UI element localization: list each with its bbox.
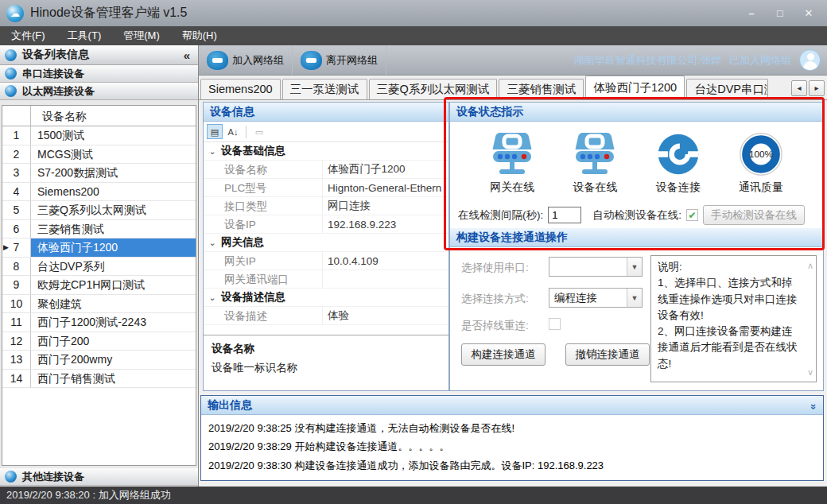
- sidebar-collapse-icon[interactable]: «: [181, 48, 193, 62]
- company-user-label: 湖南华辰智通科技有限公司:张烨: [573, 53, 721, 68]
- connect-mode-label: 选择连接方式:: [461, 292, 529, 306]
- property-row[interactable]: 设备名称 体验西门子1200: [204, 161, 448, 179]
- revoke-channel-button[interactable]: 撤销连接通道: [565, 343, 650, 366]
- scroll-down-icon[interactable]: ∨: [807, 366, 813, 379]
- tab-scroll-left-button[interactable]: ◂: [791, 80, 807, 96]
- property-row[interactable]: 接口类型 网口连接: [204, 197, 448, 215]
- maximize-button[interactable]: □: [768, 5, 792, 22]
- router-icon: [486, 131, 538, 177]
- table-row[interactable]: 10聚创建筑: [2, 295, 196, 314]
- tab-scroll-right-button[interactable]: ▸: [809, 80, 825, 96]
- categorized-view-icon[interactable]: ▤: [207, 124, 223, 139]
- auto-check-label: 自动检测设备在线:: [592, 208, 681, 223]
- leave-network-group-button[interactable]: 离开网络组: [293, 45, 386, 75]
- interval-label: 在线检测间隔(秒):: [458, 208, 543, 223]
- table-row[interactable]: 3S7-200数据测试: [2, 164, 196, 183]
- menu-tools[interactable]: 工具(T): [56, 26, 113, 45]
- table-row[interactable]: 14西门子销售测试: [2, 370, 196, 389]
- tab-siemens200[interactable]: Siemens200: [200, 79, 281, 99]
- menu-manage[interactable]: 管理(M): [112, 26, 171, 45]
- tab-sany-pump-test[interactable]: 三一泵送测试: [282, 79, 367, 99]
- device-connect-indicator: 设备连接: [640, 131, 716, 195]
- device-name-header: 设备名称: [31, 106, 196, 126]
- interval-input[interactable]: [548, 207, 581, 223]
- output-header: 输出信息 »: [201, 396, 823, 415]
- device-info-header: 设备信息: [204, 103, 448, 122]
- tab-mitsubishi-sales-test[interactable]: 三菱销售测试: [499, 79, 584, 99]
- menu-help[interactable]: 帮助(H): [171, 26, 228, 45]
- menu-file[interactable]: 文件(F): [0, 26, 56, 45]
- status-bar-text: 2019/2/20 9:38:20 : 加入网络组成功: [6, 489, 171, 501]
- title-bar: ☁ Hinode设备管理客户端 v1.5 – □ ✕: [0, 0, 827, 26]
- build-channel-button[interactable]: 构建连接通道: [461, 343, 546, 366]
- toolbar: 加入网络组 离开网络组 湖南华辰智通科技有限公司:张烨 已加入网络组: [199, 45, 827, 76]
- table-row[interactable]: 2MCGS测试: [2, 145, 196, 165]
- user-avatar[interactable]: [799, 49, 821, 71]
- table-row[interactable]: 9欧姆龙CP1H网口测试: [2, 276, 196, 295]
- close-button[interactable]: ✕: [797, 5, 821, 22]
- output-panel: 输出信息 » 2019/2/20 9:38:25 没有构建连接通道，无法自动检测…: [200, 395, 824, 481]
- table-row[interactable]: 6三菱销售测试: [2, 220, 196, 239]
- category-row[interactable]: ⌄ 设备描述信息: [204, 289, 448, 307]
- status-indicators: 网关在线 设备在线: [450, 122, 823, 195]
- table-row[interactable]: 4Siemens200: [2, 183, 196, 202]
- dropdown-arrow-icon[interactable]: ▼: [627, 258, 642, 276]
- description-text: 设备唯一标识名称: [212, 361, 441, 375]
- tab-mitsubishi-q-ethernet-test[interactable]: 三菱Q系列以太网测试: [369, 79, 498, 99]
- sidebar-item-other-devices[interactable]: 其他连接设备: [0, 468, 198, 486]
- log-line: 2019/2/20 9:38:25 没有构建连接通道，无法自动检测设备是否在线!: [208, 419, 816, 437]
- property-grid-toolbar: ▤ A↓ ▭: [204, 122, 448, 142]
- table-row[interactable]: 11500测试: [2, 126, 196, 145]
- table-row[interactable]: 8台达DVP系列: [2, 258, 196, 277]
- scroll-up-icon[interactable]: ∧: [807, 259, 813, 273]
- sidebar-header[interactable]: 设备列表信息 «: [0, 45, 198, 65]
- reconnect-checkbox[interactable]: [549, 318, 561, 330]
- output-collapse-icon[interactable]: »: [805, 404, 823, 409]
- tab-delta-dvp-serial-test[interactable]: 台达DVP串口测试: [686, 79, 768, 99]
- table-row[interactable]: 13西门子200wmy: [2, 351, 196, 370]
- row-number-header: [2, 106, 31, 126]
- table-row[interactable]: 11西门子1200测试-2243: [2, 313, 196, 332]
- comm-quality-indicator: 100% 通讯质量: [723, 131, 799, 195]
- table-row-selected[interactable]: ▶7 体验西门子1200: [2, 238, 196, 258]
- device-list-icon: [5, 49, 17, 61]
- menu-bar: 文件(F) 工具(T) 管理(M) 帮助(H): [0, 26, 827, 45]
- device-online-indicator: 设备在线: [557, 131, 633, 195]
- other-devices-icon: [5, 471, 17, 483]
- status-panel-header: 设备状态指示: [450, 103, 823, 122]
- table-row[interactable]: 12西门子200: [2, 332, 196, 351]
- property-row[interactable]: 网关IP 10.0.4.109: [204, 252, 448, 270]
- tab-content: 设备信息 ▤ A↓ ▭ ⌄ 设备基础信息 设备名称 体验西门子1200 PLC型…: [199, 100, 827, 487]
- property-row[interactable]: 设备IP 192.168.9.223: [204, 215, 448, 234]
- sidebar-item-label: 其他连接设备: [22, 470, 84, 484]
- auto-check-checkbox[interactable]: ✔: [686, 209, 698, 221]
- chevron-down-icon[interactable]: ⌄: [204, 234, 221, 251]
- category-row[interactable]: ⌄ 设备基础信息: [204, 142, 448, 161]
- table-row[interactable]: 5三菱Q系列以太网测试: [2, 201, 196, 220]
- chevron-down-icon[interactable]: ⌄: [204, 289, 221, 306]
- property-row[interactable]: 设备描述 体验: [204, 307, 448, 325]
- main-area: 加入网络组 离开网络组 湖南华辰智通科技有限公司:张烨 已加入网络组 Sieme…: [199, 45, 827, 487]
- manual-check-button[interactable]: 手动检测设备在线: [703, 205, 805, 225]
- serial-select-combo[interactable]: ▼: [549, 257, 643, 277]
- sidebar-item-label: 串口连接设备: [22, 67, 84, 81]
- sidebar-header-label: 设备列表信息: [22, 48, 89, 62]
- log-line: 2019/2/20 9:38:29 开始构建设备连接通道。。。。。: [208, 437, 816, 456]
- chevron-down-icon[interactable]: ⌄: [204, 142, 221, 160]
- alphabetical-sort-icon[interactable]: A↓: [225, 124, 241, 139]
- log-line: 2019/2/20 9:38:30 构建设备连接通道成功，添加设备路由完成。设备…: [208, 456, 816, 475]
- dropdown-arrow-icon[interactable]: ▼: [627, 289, 642, 307]
- window-title: Hinode设备管理客户端 v1.5: [30, 5, 187, 21]
- property-row[interactable]: 网关通讯端口: [204, 270, 448, 289]
- sidebar-item-serial-devices[interactable]: 串口连接设备: [0, 65, 198, 83]
- tab-siemens1200-active[interactable]: 体验西门子1200: [585, 76, 685, 99]
- sidebar-item-ethernet-devices[interactable]: 以太网连接设备: [0, 83, 198, 100]
- output-log-list: 2019/2/20 9:38:25 没有构建连接通道，无法自动检测设备是否在线!…: [201, 415, 823, 479]
- description-title: 设备名称: [212, 342, 441, 356]
- minimize-button[interactable]: –: [740, 5, 763, 22]
- connect-mode-combo[interactable]: 编程连接 ▼: [549, 288, 643, 308]
- category-row[interactable]: ⌄ 网关信息: [204, 234, 448, 252]
- join-network-icon: [207, 51, 228, 70]
- property-row[interactable]: PLC型号 Hignton-General-Ethern: [204, 179, 448, 197]
- join-network-group-button[interactable]: 加入网络组: [199, 45, 293, 75]
